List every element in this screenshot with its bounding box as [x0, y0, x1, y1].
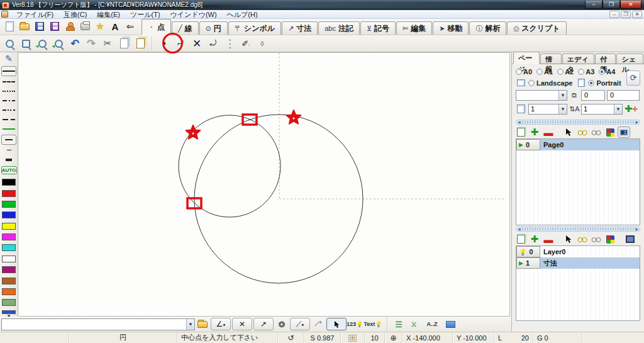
landscape-radio[interactable] — [528, 80, 535, 86]
color-swatch[interactable] — [2, 179, 16, 186]
offset-y-field[interactable]: 0 — [607, 90, 640, 101]
mdi-minimize-button[interactable]: – — [609, 11, 619, 18]
color-swatch[interactable] — [2, 190, 16, 197]
portrait-radio[interactable] — [588, 80, 594, 86]
color-swatch[interactable] — [2, 299, 16, 306]
color-swatch[interactable] — [2, 256, 16, 262]
color-swatch[interactable] — [2, 223, 16, 230]
add-layer-icon[interactable]: ✚ — [528, 233, 541, 245]
layer-animation-icon[interactable] — [624, 233, 636, 245]
page-row[interactable]: ▶ 0 Page0 — [516, 139, 640, 150]
open-command-icon[interactable] — [195, 318, 210, 330]
zoom-out-icon[interactable] — [50, 36, 67, 51]
panel-tab[interactable]: 情報 — [540, 53, 561, 64]
color-swatch[interactable] — [2, 201, 16, 208]
mdi-restore-button[interactable]: ❐ — [621, 11, 631, 18]
save-as-icon[interactable] — [47, 20, 62, 33]
select-mode-button[interactable] — [326, 318, 347, 330]
select-cursor-icon[interactable] — [562, 233, 575, 245]
mode-tab[interactable]: ⊙ 円 — [199, 21, 228, 35]
color-swatch[interactable] — [2, 278, 16, 284]
add-remove-icon[interactable]: ✚÷ — [625, 103, 638, 115]
layer-row[interactable]: 💡 0 Layer0 — [516, 246, 640, 257]
page-name-combo[interactable]: ▼ — [516, 90, 567, 101]
pen-attribute-icon[interactable]: ✎ — [5, 53, 13, 64]
panel-tab[interactable]: シェル — [616, 53, 643, 64]
snap-end-icon[interactable]: ⟋° — [311, 318, 326, 330]
line-style-long-dash[interactable] — [1, 116, 16, 123]
add-page-icon[interactable]: ✚ — [528, 127, 541, 138]
copy-layer-icon[interactable] — [514, 233, 527, 245]
snap-free-icon[interactable]: ❂ — [274, 318, 289, 330]
close-button[interactable]: ✕ — [620, 1, 641, 9]
mode-tab[interactable]: ⓘ 解析 — [469, 21, 506, 35]
mode-tab[interactable]: ・ 点 — [142, 19, 171, 35]
page-preview-icon[interactable] — [618, 127, 630, 138]
text-display-icon[interactable]: Text💡 — [362, 318, 384, 330]
line-width-1-button[interactable] — [1, 135, 16, 145]
page-color-icon[interactable] — [604, 127, 616, 138]
page-index-button[interactable]: ▶ 0 — [516, 139, 540, 150]
redo-icon[interactable]: ↷ — [83, 36, 99, 51]
page-panel-scrollbar[interactable]: ◀▶ — [516, 120, 640, 125]
offset-x-field[interactable]: 0 — [581, 90, 605, 101]
menu-item[interactable]: 編集(E) — [92, 10, 125, 19]
favorites-star-icon[interactable]: ★ — [92, 20, 108, 33]
menu-item[interactable]: ヘルプ(H) — [222, 10, 263, 19]
drawing-canvas[interactable] — [19, 52, 510, 317]
restore-button[interactable]: ❐ — [602, 1, 620, 9]
print-icon[interactable] — [77, 20, 92, 33]
erase-point-tool[interactable]: ⬨ — [254, 36, 270, 51]
rotate-point-tool[interactable]: ⤾ — [205, 36, 221, 51]
remove-page-icon[interactable]: ▬ — [542, 127, 555, 138]
font-scale-combo[interactable]: 1 ▼ — [581, 104, 623, 115]
crosshair-icon[interactable]: ⊕ — [385, 332, 402, 343]
snap-midpoint-button[interactable]: ⟋● — [290, 318, 310, 330]
divide-point-tool[interactable]: ⋰ — [221, 36, 238, 51]
panel-tab[interactable]: ページ — [513, 52, 540, 64]
text-font-icon[interactable]: A — [108, 20, 123, 33]
text-select-icon[interactable]: 𝚡 — [406, 318, 421, 330]
page-scale-combo[interactable]: 1 ▼ — [528, 104, 567, 115]
remove-layer-icon[interactable]: ▬ — [542, 233, 555, 245]
color-swatch[interactable] — [2, 288, 16, 295]
mode-tab[interactable]: ⎙ スクリプト — [507, 21, 566, 35]
panel-tab[interactable]: エディタ — [562, 53, 594, 64]
select-cursor-icon[interactable] — [562, 127, 575, 138]
line-style-solid-green[interactable] — [1, 125, 16, 133]
cross-point-tool[interactable]: ✕ — [189, 36, 205, 51]
color-swatch[interactable] — [2, 244, 16, 251]
paper-size-option[interactable]: A4 — [599, 68, 615, 76]
line-style-dashed[interactable] — [1, 78, 16, 86]
show-all-layers-icon[interactable] — [576, 233, 589, 245]
user-settings-icon[interactable] — [62, 20, 77, 33]
new-file-icon[interactable] — [2, 20, 17, 33]
command-combo[interactable]: ▼ — [1, 318, 195, 330]
paste-icon[interactable] — [132, 36, 148, 51]
marker-point-tool[interactable]: ✐▪ — [238, 36, 254, 51]
refresh-page-button[interactable]: ⟳ — [626, 70, 640, 86]
paper-size-option[interactable]: A2 — [557, 68, 574, 76]
menu-item[interactable]: 互換(C) — [58, 10, 92, 19]
color-swatch[interactable] — [2, 266, 16, 273]
line-width-2-button[interactable] — [1, 156, 16, 164]
snap-angle-button[interactable]: ∠● — [211, 318, 231, 330]
open-file-icon[interactable] — [17, 20, 32, 33]
layer-index-button[interactable]: 💡 0 — [516, 246, 540, 257]
zoom-in-icon[interactable] — [34, 36, 50, 51]
zoom-select-icon[interactable] — [1, 36, 18, 51]
undo-icon[interactable]: ↶ — [67, 36, 83, 51]
mdi-close-button[interactable]: ✕ — [632, 11, 642, 18]
layer-row[interactable]: ▶ 1 寸法 — [516, 257, 640, 269]
grid-icon[interactable] — [341, 332, 365, 343]
mode-tab[interactable]: 〒 シンボル — [228, 21, 281, 35]
mode-tab[interactable]: ↗ 寸法 — [282, 21, 318, 35]
auto-color-button[interactable]: AUTO — [1, 166, 17, 174]
menu-item[interactable]: ウインドウ(W) — [165, 10, 222, 19]
mode-tab[interactable]: ⊻ 記号 — [360, 21, 396, 35]
paper-size-option[interactable]: A3 — [578, 68, 594, 76]
save-icon[interactable] — [32, 20, 47, 33]
layer-panel-scrollbar[interactable]: ◀▶ — [516, 227, 640, 232]
line-style-solid[interactable] — [1, 66, 16, 76]
hide-all-pages-icon[interactable] — [590, 127, 602, 138]
